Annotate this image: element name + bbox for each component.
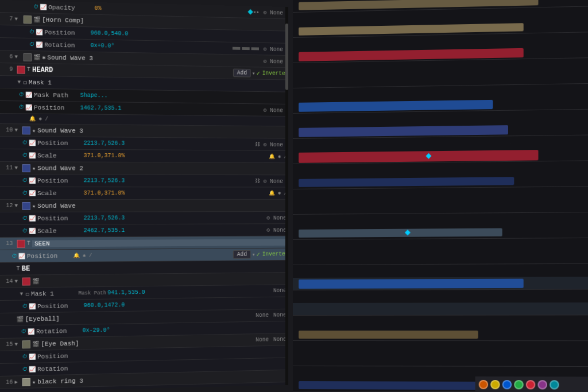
property-label: Scale [37,152,84,159]
timeline-row [293,302,588,316]
timeline-row [293,277,588,290]
dropdown-arrow: ▾ [252,251,256,258]
expand-arrow[interactable]: ▼ [14,203,20,208]
property-value: Shape... [80,92,108,99]
timeline-bar [299,125,508,137]
add-button[interactable]: Add [233,250,251,259]
icons: 🔔 ✱ / [74,253,92,259]
stopwatch-icon: ⏱ [19,104,24,110]
stopwatch-icon: ⏱ [22,366,28,372]
timeline-bar [299,177,514,187]
color-circle-purple[interactable] [537,380,547,389]
property-value: 2213.7,526.3 [84,177,256,184]
expand-arrow[interactable]: ▼ [20,291,26,297]
layer-name: Sound Wave 3 [47,54,261,64]
timeline-row [293,96,588,114]
layer-row[interactable]: ⏱ 📈 Position 2213.7,526.3 ⊙ None [0,212,288,225]
property-label-rotation: Rotation [44,41,90,49]
property-label: Rotation [36,327,83,335]
layer-row[interactable]: ⏱ 📈 Position 2213.7,526.3 ⛓ ⊙ None ▾ [0,137,288,151]
layer-row[interactable]: ⏱ 📈 Position 2213.7,526.3 ⛓ ⊙ None ▾ [0,174,288,188]
layer-name: HEARD [32,65,134,75]
stopwatch-icon: ⏱ [21,328,26,335]
layer-name: SEEN [32,239,288,247]
layer-name: Sound Wave 2 [37,165,288,172]
property-label: Position [27,253,74,260]
layer-row[interactable]: ⏱ 📈 Scale 371.0,371.0% 🔔 ✱ / [0,149,288,163]
timeline-row [293,71,588,88]
scrollbar-vertical[interactable] [285,7,289,385]
property-value: 941.1,535.0 [107,288,271,296]
layer-number: 16 [2,379,13,385]
expand-arrow[interactable]: ▼ [14,165,20,171]
expand-arrow[interactable]: ▼ [18,79,24,85]
graph-icon: 📈 [29,152,36,159]
layer-row[interactable]: ⏱ 📈 Scale 2462.7,535.1 ⊙ None [0,224,288,238]
inverted-badge: Inverted [262,70,289,76]
link-icon: ⛓ [255,141,260,148]
graph-icon: 📈 [40,3,47,10]
timeline-row [293,354,588,367]
color-circle-blue[interactable] [502,380,512,389]
stopwatch-icon: ⏱ [29,29,34,35]
expand-arrow[interactable]: ▼ [14,127,20,133]
color-circle-teal[interactable] [550,380,559,389]
graph-icon: 📈 [29,215,36,222]
graph-icon: 📈 [29,177,36,184]
checkmark-icon: ✓ [257,69,260,77]
scrollbar-thumb[interactable] [285,24,289,90]
timeline-row [293,328,588,341]
property-label: Scale [37,190,84,197]
expand-arrow[interactable]: ▼ [14,16,20,22]
star-icon: ★ [32,165,36,172]
property-value: 2213.7,526.3 [84,215,265,222]
color-circle-red[interactable] [526,380,535,389]
timeline-bar [299,331,478,339]
property-value: 960.0,1472.0 [84,300,289,309]
color-circle-orange[interactable] [479,380,488,389]
icons-row: 🔔 ✱ / [269,190,287,196]
none-badge-2: None [273,312,287,319]
keyframe-controls: ◂ ▸ [249,9,260,15]
layer-panel: ⏱ 📈 Opacity 0% ◂ ▸ ⊙ None ▾ 7 ▼ 🎬 [Horn … [0,0,288,392]
graph-icon: 📈 [28,328,34,335]
graph-icon: 📈 [29,190,36,197]
layer-row[interactable]: 12 ▼ ★ Sound Wave [0,200,288,212]
property-value: 960.0,540.0 [91,30,289,40]
timeline-bar [299,0,539,10]
timeline-bar [299,228,502,238]
layer-number: 11 [2,165,13,171]
stopwatch-icon: ⏱ [11,253,17,259]
bottom-toolbar [475,377,588,392]
expand-arrow[interactable]: ▶ [14,379,20,385]
text-icon: T [17,266,20,272]
graph-icon: 📈 [36,29,42,36]
property-label: Scale [37,227,84,234]
layer-row[interactable]: ⏱ 📈 Scale 371.0,371.0% 🔔 ✱ / [0,187,288,200]
add-button[interactable]: Add [233,69,251,77]
graph-icon: 📈 [29,303,36,310]
comp-icon: 🎬 [32,340,39,347]
expand-arrow[interactable]: ▼ [14,54,20,60]
stopwatch-icon: ⏱ [22,215,28,222]
expand-arrow[interactable]: ▼ [14,278,20,284]
timeline-row [293,20,588,38]
timeline-bar [299,48,523,61]
layer-color [17,239,25,247]
property-value: 2462.7,535.1 [84,227,265,234]
none-badge: ⊙ None [264,141,283,148]
layer-row[interactable]: 11 ▼ ★ Sound Wave 2 [0,162,288,175]
expand-arrow[interactable]: ▼ [14,341,20,347]
color-circle-yellow[interactable] [490,380,500,389]
comp-icon: 🎬 [33,16,40,23]
none-badge: ⊙ None [264,45,283,52]
layer-color [22,340,30,348]
graph-icon: 📈 [29,353,36,360]
none-badge: ⊙ None [266,214,286,221]
layer-number: 7 [2,15,13,22]
graph-icon: 📈 [25,104,32,111]
color-circle-green[interactable] [514,380,523,389]
stopwatch-icon: ⏱ [29,41,34,48]
stopwatch-icon: ⏱ [22,354,28,360]
stopwatch-icon: ⏱ [19,91,24,98]
